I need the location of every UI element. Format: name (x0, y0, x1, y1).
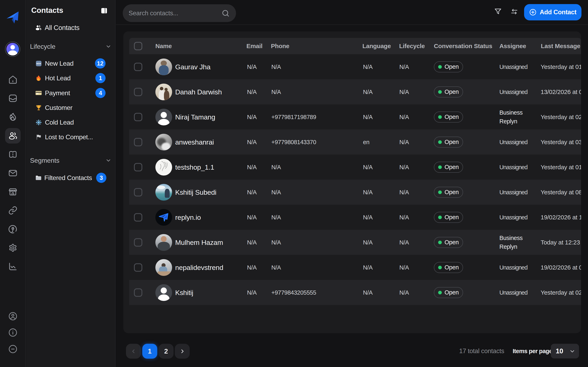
svg-text:NEW: NEW (36, 62, 41, 65)
